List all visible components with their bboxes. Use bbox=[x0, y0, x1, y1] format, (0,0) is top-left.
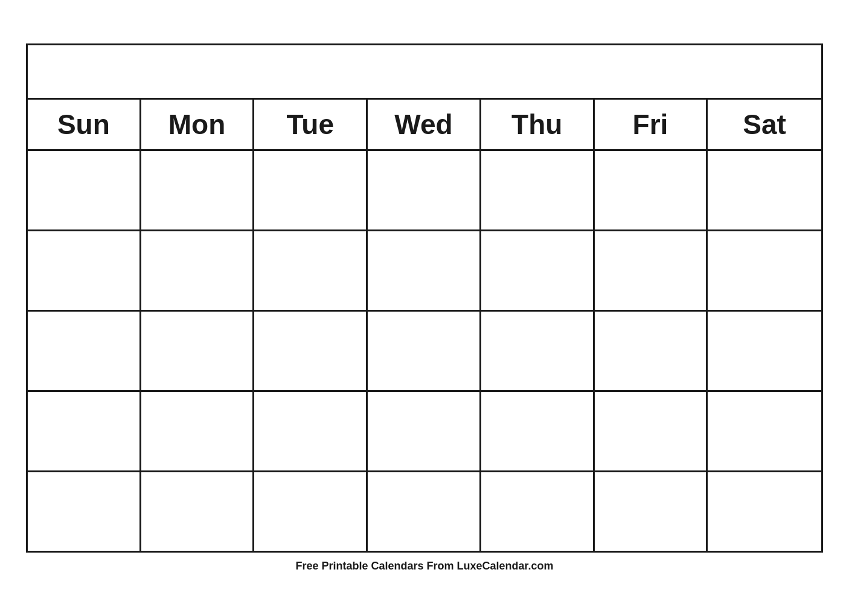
calendar-row-1 bbox=[28, 151, 821, 231]
calendar-cell[interactable] bbox=[595, 472, 708, 551]
calendar-cell[interactable] bbox=[368, 472, 481, 551]
footer-text: Free Printable Calendars From LuxeCalend… bbox=[295, 560, 553, 573]
day-header-sun: Sun bbox=[28, 100, 141, 149]
day-header-tue: Tue bbox=[254, 100, 368, 149]
calendar-cell[interactable] bbox=[708, 312, 821, 390]
calendar-cell[interactable] bbox=[28, 312, 141, 390]
calendar-cell[interactable] bbox=[254, 312, 368, 390]
calendar-cell[interactable] bbox=[28, 231, 141, 310]
calendar-wrapper: Sun Mon Tue Wed Thu Fri Sat bbox=[26, 43, 823, 573]
calendar-cell[interactable] bbox=[368, 151, 481, 229]
calendar-cell[interactable] bbox=[708, 392, 821, 470]
day-header-thu: Thu bbox=[481, 100, 595, 149]
calendar-cell[interactable] bbox=[595, 392, 708, 470]
calendar-cell[interactable] bbox=[28, 472, 141, 551]
calendar-cell[interactable] bbox=[254, 392, 368, 470]
calendar-cell[interactable] bbox=[28, 392, 141, 470]
day-header-wed: Wed bbox=[368, 100, 481, 149]
calendar-cell[interactable] bbox=[368, 231, 481, 310]
calendar-cell[interactable] bbox=[595, 231, 708, 310]
calendar-grid bbox=[28, 151, 821, 551]
calendar-cell[interactable] bbox=[141, 472, 255, 551]
calendar-cell[interactable] bbox=[595, 312, 708, 390]
calendar-row-4 bbox=[28, 392, 821, 472]
calendar-cell[interactable] bbox=[595, 151, 708, 229]
calendar-cell[interactable] bbox=[141, 312, 255, 390]
calendar-cell[interactable] bbox=[481, 151, 595, 229]
calendar-cell[interactable] bbox=[708, 151, 821, 229]
calendar-cell[interactable] bbox=[481, 231, 595, 310]
calendar-cell[interactable] bbox=[481, 472, 595, 551]
calendar-cell[interactable] bbox=[708, 231, 821, 310]
calendar-cell[interactable] bbox=[254, 151, 368, 229]
day-header-sat: Sat bbox=[708, 100, 821, 149]
calendar-cell[interactable] bbox=[141, 151, 255, 229]
day-header-mon: Mon bbox=[141, 100, 255, 149]
calendar-cell[interactable] bbox=[141, 392, 255, 470]
title-row bbox=[28, 45, 821, 100]
calendar-cell[interactable] bbox=[254, 472, 368, 551]
calendar-row-2 bbox=[28, 231, 821, 312]
calendar-cell[interactable] bbox=[481, 312, 595, 390]
calendar-container: Sun Mon Tue Wed Thu Fri Sat bbox=[26, 43, 823, 553]
calendar-cell[interactable] bbox=[481, 392, 595, 470]
calendar-cell[interactable] bbox=[28, 151, 141, 229]
calendar-row-5 bbox=[28, 472, 821, 551]
calendar-cell[interactable] bbox=[708, 472, 821, 551]
day-header-fri: Fri bbox=[595, 100, 708, 149]
days-header: Sun Mon Tue Wed Thu Fri Sat bbox=[28, 100, 821, 151]
calendar-cell[interactable] bbox=[141, 231, 255, 310]
calendar-cell[interactable] bbox=[368, 392, 481, 470]
calendar-cell[interactable] bbox=[368, 312, 481, 390]
calendar-row-3 bbox=[28, 312, 821, 392]
calendar-cell[interactable] bbox=[254, 231, 368, 310]
